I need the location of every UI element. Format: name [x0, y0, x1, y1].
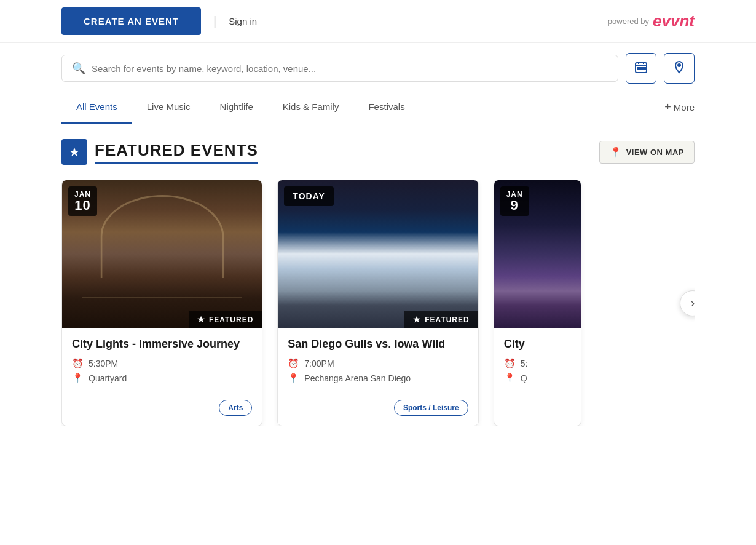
chevron-right-icon: ›	[691, 296, 695, 310]
nav-item-all-events[interactable]: All Events	[61, 92, 132, 124]
event-time-1: 5:30PM	[89, 359, 118, 368]
search-input[interactable]	[92, 63, 608, 74]
header-divider: |	[213, 14, 216, 28]
event-tag-1[interactable]: Arts	[219, 400, 252, 416]
evvnt-logo: evvnt	[653, 12, 695, 31]
card-venue-3: 📍 Q	[504, 373, 571, 384]
date-badge-1: JAN 10	[68, 186, 97, 216]
featured-star-badge-1: ★	[197, 315, 205, 324]
svg-rect-6	[644, 68, 645, 70]
card-body-1: City Lights - Immersive Journey ⏰ 5:30PM…	[62, 328, 262, 400]
featured-badge-1: ★ FEATURED	[189, 311, 262, 328]
venue-pin-icon-3: 📍	[504, 373, 516, 384]
event-card-1: JAN 10 ★ FEATURED City Lights - Immersiv…	[61, 180, 262, 426]
nav-item-kids-family[interactable]: Kids & Family	[268, 92, 354, 124]
date-badge-2: TODAY	[284, 186, 333, 206]
featured-title: FEATURED EVENTS	[95, 141, 258, 164]
card-title-3[interactable]: City	[504, 338, 571, 351]
location-filter-button[interactable]	[664, 53, 695, 84]
view-on-map-button[interactable]: 📍 VIEW ON MAP	[599, 141, 695, 164]
card-image-1: JAN 10 ★ FEATURED	[62, 180, 262, 328]
card-body-3: City ⏰ 5: 📍 Q	[494, 328, 581, 400]
search-container: 🔍	[61, 55, 618, 82]
card-footer-1: Arts	[62, 400, 262, 426]
map-pin-icon: 📍	[610, 146, 623, 158]
featured-star-icon: ★	[61, 139, 87, 165]
card-time-2: ⏰ 7:00PM	[288, 358, 468, 369]
cards-outer: JAN 10 ★ FEATURED City Lights - Immersiv…	[61, 180, 695, 426]
event-time-2: 7:00PM	[304, 359, 334, 368]
nav-more-button[interactable]: + More	[664, 91, 695, 124]
card-meta-1: ⏰ 5:30PM 📍 Quartyard	[72, 358, 252, 384]
featured-badge-label-2: FEATURED	[425, 316, 469, 324]
card-image-3: JAN 9	[494, 180, 581, 328]
nav-item-nightlife[interactable]: Nightlife	[205, 92, 268, 124]
header-left: CREATE AN EVENT | Sign in	[61, 7, 257, 35]
event-card-3: JAN 9 City ⏰ 5: 📍 Q	[494, 180, 581, 426]
clock-icon-3: ⏰	[504, 358, 516, 369]
card-meta-3: ⏰ 5: 📍 Q	[504, 358, 571, 384]
venue-pin-icon-1: 📍	[72, 373, 84, 384]
main-nav: All Events Live Music Nightlife Kids & F…	[0, 91, 756, 124]
date-badge-3: JAN 9	[500, 186, 529, 216]
location-pin-icon	[672, 60, 686, 77]
clock-icon-1: ⏰	[72, 358, 84, 369]
event-venue-3: Q	[521, 373, 527, 383]
event-time-3: 5:	[521, 359, 528, 368]
featured-badge-label-1: FEATURED	[209, 316, 253, 324]
featured-badge-2: ★ FEATURED	[404, 311, 478, 328]
svg-rect-4	[637, 68, 639, 70]
event-venue-1: Quartyard	[89, 373, 127, 383]
card-title-2[interactable]: San Diego Gulls vs. Iowa Wild	[288, 338, 468, 351]
card-image-2: TODAY ★ FEATURED	[278, 180, 478, 328]
event-tag-2[interactable]: Sports / Leisure	[394, 400, 468, 416]
card-meta-2: ⏰ 7:00PM 📍 Pechanga Arena San Diego	[288, 358, 468, 384]
search-icon: 🔍	[72, 62, 85, 75]
clock-icon-2: ⏰	[288, 358, 299, 369]
more-label: More	[674, 102, 695, 113]
featured-star-badge-2: ★	[413, 315, 421, 324]
cards-row: JAN 10 ★ FEATURED City Lights - Immersiv…	[61, 180, 695, 426]
search-bar: 🔍	[0, 46, 756, 91]
date-day-1: 10	[74, 199, 91, 212]
featured-section: ★ FEATURED EVENTS 📍 VIEW ON MAP JAN 10 ★	[0, 124, 756, 426]
calendar-icon	[634, 60, 648, 77]
plus-icon: +	[664, 101, 671, 114]
create-event-button[interactable]: CREATE AN EVENT	[61, 7, 201, 35]
card-time-1: ⏰ 5:30PM	[72, 358, 252, 369]
calendar-filter-button[interactable]	[626, 53, 656, 84]
nav-item-festivals[interactable]: Festivals	[353, 92, 419, 124]
today-label: TODAY	[293, 191, 325, 201]
card-body-2: San Diego Gulls vs. Iowa Wild ⏰ 7:00PM 📍…	[278, 328, 478, 400]
svg-point-7	[678, 64, 680, 66]
event-venue-2: Pechanga Arena San Diego	[304, 373, 411, 383]
nav-item-live-music[interactable]: Live Music	[132, 92, 205, 124]
powered-by-label: powered by	[608, 17, 649, 26]
header: CREATE AN EVENT | Sign in powered by evv…	[0, 0, 756, 43]
sign-in-button[interactable]: Sign in	[229, 16, 257, 26]
venue-pin-icon-2: 📍	[288, 373, 299, 384]
card-time-3: ⏰ 5:	[504, 358, 571, 369]
card-venue-2: 📍 Pechanga Arena San Diego	[288, 373, 468, 384]
card-footer-2: Sports / Leisure	[278, 400, 478, 426]
carousel-next-button[interactable]: ›	[680, 290, 695, 316]
svg-rect-5	[640, 68, 642, 70]
powered-by: powered by evvnt	[608, 12, 695, 31]
event-card-2: TODAY ★ FEATURED San Diego Gulls vs. Iow…	[277, 180, 478, 426]
featured-header: ★ FEATURED EVENTS 📍 VIEW ON MAP	[61, 139, 695, 165]
date-day-3: 9	[506, 199, 523, 212]
card-venue-1: 📍 Quartyard	[72, 373, 252, 384]
view-map-label: VIEW ON MAP	[626, 148, 684, 157]
featured-title-wrap: ★ FEATURED EVENTS	[61, 139, 258, 165]
card-title-1[interactable]: City Lights - Immersive Journey	[72, 338, 252, 351]
